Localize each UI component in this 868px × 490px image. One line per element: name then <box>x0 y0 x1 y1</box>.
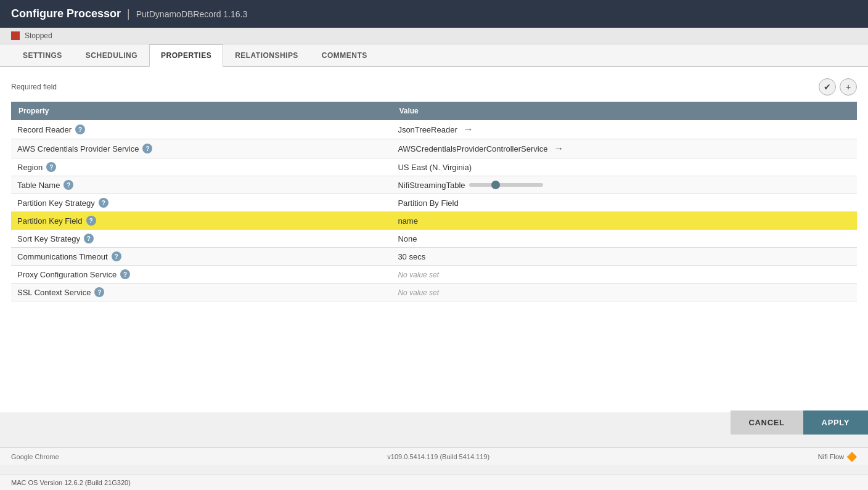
property-name: Proxy Configuration Service <box>17 270 117 279</box>
table-row[interactable]: Partition Key Field?name <box>11 212 857 230</box>
help-icon[interactable]: ? <box>63 180 73 190</box>
no-value-label: No value set <box>398 271 439 279</box>
table-row[interactable]: Partition Key Strategy?Partition By Fiel… <box>11 194 857 212</box>
property-value-cell[interactable]: Partition By Field <box>391 194 857 212</box>
property-name-cell: SSL Context Service? <box>17 287 385 297</box>
properties-table: Property Value Record Reader?JsonTreeRea… <box>11 102 857 301</box>
tab-scheduling[interactable]: SCHEDULING <box>74 44 149 67</box>
os-bar: MAC OS Version 12.6.2 (Build 21G320) <box>0 475 868 490</box>
property-name: Region <box>17 163 43 172</box>
property-name-cell: Partition Key Field? <box>17 216 385 226</box>
processor-name: PutDynamoDBRecord 1.16.3 <box>136 9 248 19</box>
tab-properties[interactable]: PROPERTIES <box>149 44 223 67</box>
property-name-cell: Table Name? <box>17 180 385 190</box>
no-value-label: No value set <box>398 288 439 297</box>
property-name-cell: Communications Timeout? <box>17 251 385 261</box>
table-row[interactable]: Record Reader?JsonTreeReader→ <box>11 120 857 139</box>
table-row[interactable]: AWS Credentials Provider Service?AWSCred… <box>11 139 857 158</box>
property-value-cell[interactable]: No value set <box>391 284 857 301</box>
table-row[interactable]: Table Name?NifiStreamingTable <box>11 176 857 194</box>
help-icon[interactable]: ? <box>46 162 56 172</box>
property-name-cell: Proxy Configuration Service? <box>17 269 385 279</box>
property-value: NifiStreamingTable <box>398 181 465 190</box>
action-bar: Required field ✔ + <box>11 78 857 96</box>
add-property-button[interactable]: + <box>840 78 857 96</box>
property-name: Table Name <box>17 181 60 190</box>
property-name-cell: Region? <box>17 162 385 172</box>
property-value-cell[interactable]: US East (N. Virginia) <box>391 158 857 176</box>
property-name: Partition Key Field <box>17 216 83 226</box>
verify-button[interactable]: ✔ <box>819 78 836 96</box>
property-name-cell: AWS Credentials Provider Service? <box>17 144 385 153</box>
property-value: US East (N. Virginia) <box>398 163 472 172</box>
help-icon[interactable]: ? <box>86 216 96 226</box>
property-value-cell[interactable]: 30 secs <box>391 248 857 266</box>
property-value: AWSCredentialsProviderControllerService <box>398 144 547 153</box>
property-value: 30 secs <box>398 252 425 261</box>
nifi-flow-label: Nifi Flow <box>818 453 844 460</box>
status-indicator <box>11 31 20 40</box>
table-row[interactable]: SSL Context Service?No value set <box>11 284 857 301</box>
help-icon[interactable]: ? <box>120 269 130 279</box>
property-name-cell: Sort Key Strategy? <box>17 234 385 243</box>
property-name-cell: Partition Key Strategy? <box>17 198 385 208</box>
table-row[interactable]: Sort Key Strategy?None <box>11 230 857 248</box>
browser-app: Google Chrome <box>11 453 59 460</box>
browser-bar: Google Chrome v109.0.5414.119 (Build 541… <box>0 447 868 465</box>
nifi-icon: 🔶 <box>846 452 857 462</box>
property-name: SSL Context Service <box>17 288 91 297</box>
property-name: Communications Timeout <box>17 252 108 261</box>
col-value: Value <box>391 102 857 120</box>
help-icon[interactable]: ? <box>99 198 108 208</box>
status-bar: Stopped <box>0 28 868 44</box>
property-value-cell[interactable]: AWSCredentialsProviderControllerService→ <box>391 139 857 158</box>
action-icons: ✔ + <box>819 78 857 96</box>
help-icon[interactable]: ? <box>112 251 121 261</box>
help-icon[interactable]: ? <box>84 234 94 243</box>
property-name: Sort Key Strategy <box>17 234 80 243</box>
os-info: MAC OS Version 12.6.2 (Build 21G320) <box>11 479 131 486</box>
cancel-button[interactable]: CANCEL <box>731 410 803 435</box>
property-value: Partition By Field <box>398 198 458 208</box>
property-value-cell[interactable]: None <box>391 230 857 248</box>
apply-button[interactable]: APPLY <box>803 410 868 435</box>
required-field-label: Required field <box>11 83 57 91</box>
header-separator: | <box>127 7 130 20</box>
help-icon[interactable]: ? <box>75 125 85 134</box>
arrow-icon[interactable]: → <box>464 124 473 134</box>
help-icon[interactable]: ? <box>94 287 104 297</box>
property-value-cell[interactable]: JsonTreeReader→ <box>391 120 857 139</box>
page-title: Configure Processor <box>11 7 121 20</box>
tab-relationships[interactable]: RELATIONSHIPS <box>223 44 310 67</box>
table-row[interactable]: Region?US East (N. Virginia) <box>11 158 857 176</box>
nifi-flow: Nifi Flow 🔶 <box>818 452 857 462</box>
property-name: Partition Key Strategy <box>17 198 95 208</box>
footer-actions: CANCEL APPLY <box>731 410 868 435</box>
slider-container: NifiStreamingTable <box>398 181 851 190</box>
table-row[interactable]: Communications Timeout?30 secs <box>11 248 857 266</box>
property-value: None <box>398 234 417 243</box>
header: Configure Processor | PutDynamoDBRecord … <box>0 0 868 28</box>
slider-thumb[interactable] <box>491 181 500 189</box>
property-value: name <box>398 216 418 226</box>
col-property: Property <box>11 102 391 120</box>
property-name-cell: Record Reader? <box>17 125 385 134</box>
help-icon[interactable]: ? <box>142 144 152 153</box>
table-row[interactable]: Proxy Configuration Service?No value set <box>11 266 857 284</box>
version-info: v109.0.5414.119 (Build 5414.119) <box>387 453 489 460</box>
slider-track[interactable] <box>469 183 543 187</box>
status-label: Stopped <box>25 31 52 40</box>
property-value-cell[interactable]: name <box>391 212 857 230</box>
tab-comments[interactable]: COMMENTS <box>310 44 379 67</box>
property-name: AWS Credentials Provider Service <box>17 144 139 153</box>
tab-settings[interactable]: SETTINGS <box>11 44 74 67</box>
property-name: Record Reader <box>17 125 72 134</box>
arrow-icon[interactable]: → <box>554 143 563 153</box>
property-value-cell[interactable]: NifiStreamingTable <box>391 176 857 194</box>
table-header-row: Property Value <box>11 102 857 120</box>
main-content: Required field ✔ + Property Value Record… <box>0 67 868 412</box>
property-value: JsonTreeReader <box>398 125 457 134</box>
property-value-cell[interactable]: No value set <box>391 266 857 284</box>
tab-bar: SETTINGS SCHEDULING PROPERTIES RELATIONS… <box>0 44 868 67</box>
